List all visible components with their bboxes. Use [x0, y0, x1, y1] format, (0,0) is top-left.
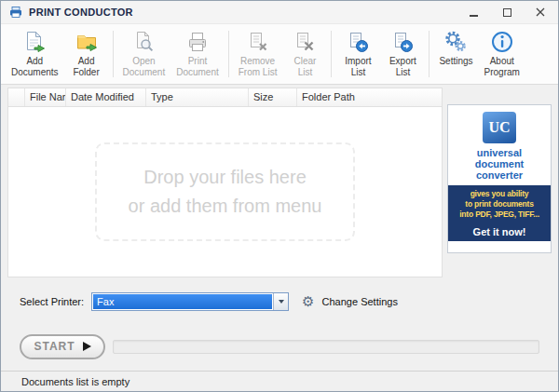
drop-zone-line1: Drop your files here: [129, 163, 322, 192]
close-icon: [536, 7, 545, 17]
udc-pitch-line2: to print documents: [465, 199, 533, 210]
add-documents-button[interactable]: Add Documents: [6, 27, 64, 81]
status-bar: Documents list is empty: [1, 371, 558, 391]
change-settings-link[interactable]: Change Settings: [322, 292, 398, 311]
import-list-button[interactable]: Import List: [335, 27, 380, 81]
change-settings-gear-icon[interactable]: ⚙: [302, 292, 314, 311]
printer-app-icon: [8, 5, 23, 20]
clear-list-label: Clear List: [293, 56, 316, 77]
column-size[interactable]: Size: [249, 88, 297, 106]
printer-select[interactable]: Fax: [91, 292, 289, 311]
toolbar: Add Documents Add Folder: [1, 23, 558, 85]
open-document-icon: [131, 30, 156, 54]
titlebar[interactable]: PRINT CONDUCTOR: [1, 1, 558, 23]
print-document-icon: [185, 30, 210, 54]
open-document-button[interactable]: Open Document: [117, 27, 171, 81]
toolbar-separator: [331, 31, 332, 77]
settings-icon: [443, 30, 468, 54]
ad-bottom-strip: [448, 241, 551, 252]
column-type[interactable]: Type: [146, 88, 249, 106]
list-header: File Name Date Modified Type Size Folder…: [8, 88, 442, 107]
import-list-icon: [346, 30, 370, 54]
udc-ad-panel: UC universal document converter gives yo…: [447, 104, 552, 253]
udc-pitch-line1: gives you ability: [470, 189, 529, 199]
remove-from-list-button[interactable]: Remove From List: [233, 27, 283, 81]
import-list-label: Import List: [345, 56, 371, 77]
progress-bar: [113, 340, 539, 354]
maximize-button[interactable]: [493, 2, 521, 22]
print-document-label: Print Document: [176, 56, 219, 77]
printer-dropdown-button[interactable]: [273, 293, 288, 310]
column-date-modified[interactable]: Date Modified: [66, 88, 146, 106]
open-document-label: Open Document: [123, 56, 166, 77]
start-label: START: [34, 340, 75, 353]
remove-from-list-label: Remove From List: [239, 56, 278, 77]
maximize-icon: [503, 8, 511, 17]
printer-selected-value[interactable]: Fax: [93, 294, 272, 309]
minimize-button[interactable]: [459, 2, 487, 22]
get-it-now-link[interactable]: Get it now!: [473, 226, 526, 237]
window-title: PRINT CONDUCTOR: [29, 7, 133, 18]
start-button[interactable]: START: [20, 334, 105, 359]
add-documents-icon: [22, 30, 47, 54]
about-program-button[interactable]: About Program: [479, 27, 525, 81]
drop-zone-line2: or add them from menu: [129, 192, 322, 221]
column-file-name[interactable]: File Name: [25, 88, 66, 106]
print-document-button[interactable]: Print Document: [170, 27, 225, 81]
list-body[interactable]: Drop your files here or add them from me…: [8, 107, 442, 277]
udc-logo: UC: [483, 112, 516, 143]
close-button[interactable]: [526, 2, 554, 22]
select-printer-label: Select Printer:: [20, 292, 84, 311]
about-icon: [490, 30, 514, 54]
status-text: Documents list is empty: [21, 376, 130, 387]
export-list-label: Export List: [389, 56, 416, 77]
right-rail: UC universal document converter gives yo…: [447, 88, 552, 277]
chevron-down-icon: [279, 300, 284, 304]
printer-row: Select Printer: Fax ⚙ Change Settings: [1, 285, 558, 322]
udc-brand-text: universal document converter: [452, 147, 547, 181]
toolbar-separator: [429, 31, 429, 77]
about-program-label: About Program: [484, 56, 520, 77]
play-icon: [83, 342, 91, 351]
remove-from-list-icon: [246, 30, 270, 54]
toolbar-separator: [228, 31, 229, 77]
toolbar-separator: [113, 31, 114, 77]
main-area: File Name Date Modified Type Size Folder…: [1, 85, 558, 285]
settings-button[interactable]: Settings: [433, 27, 478, 81]
settings-label: Settings: [439, 56, 472, 67]
minimize-icon: [470, 15, 478, 17]
export-list-icon: [390, 30, 415, 54]
add-folder-button[interactable]: Add Folder: [64, 27, 109, 81]
udc-pitch-line3: into PDF, JPEG, TIFF...: [459, 210, 539, 220]
start-row: START: [1, 322, 558, 371]
print-conductor-window: PRINT CONDUCTOR Add Documents: [0, 0, 559, 392]
export-list-button[interactable]: Export List: [380, 27, 425, 81]
udc-pitch-box: gives you ability to print documents int…: [448, 185, 551, 241]
add-folder-label: Add Folder: [73, 56, 99, 77]
column-folder-path[interactable]: Folder Path: [297, 88, 442, 106]
clear-list-button[interactable]: Clear List: [282, 27, 327, 81]
add-documents-label: Add Documents: [11, 56, 59, 77]
clear-list-icon: [293, 30, 317, 54]
document-list: File Name Date Modified Type Size Folder…: [7, 88, 443, 277]
column-icon[interactable]: [8, 88, 25, 106]
drop-zone[interactable]: Drop your files here or add them from me…: [95, 142, 356, 241]
add-folder-icon: [75, 30, 99, 54]
